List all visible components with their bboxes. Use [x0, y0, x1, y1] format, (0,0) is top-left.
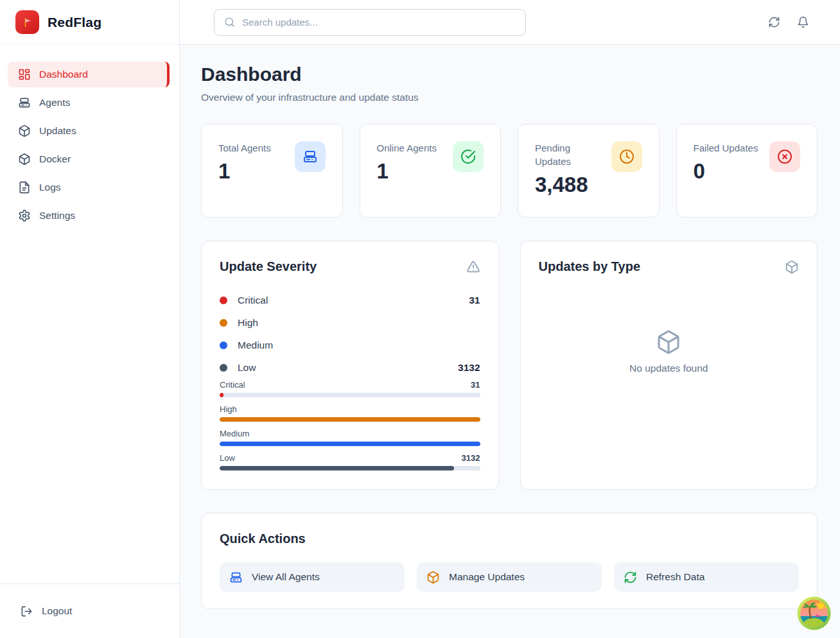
main-area: Dashboard Overview of your infrastructur… — [180, 0, 840, 638]
bar-row-high: High — [220, 404, 480, 422]
manage-updates-button[interactable]: Manage Updates — [417, 562, 602, 592]
severity-bars: Critical 31 High — [220, 380, 480, 470]
sidebar-item-label: Logs — [39, 182, 61, 193]
sidebar-item-settings[interactable]: Settings — [8, 203, 170, 228]
legend-label: Critical — [238, 295, 268, 306]
panel-title: Update Severity — [220, 259, 317, 274]
alert-triangle-icon — [466, 260, 480, 274]
high-dot-icon — [220, 319, 227, 327]
quick-actions-panel: Quick Actions View All Agents Manage Upd… — [201, 513, 818, 609]
page-title: Dashboard — [201, 62, 818, 87]
panel-title: Updates by Type — [539, 259, 641, 274]
container-icon — [18, 153, 31, 166]
low-bar — [220, 466, 454, 470]
stats-grid: Total Agents 1 Online Agents 1 — [201, 124, 818, 218]
sidebar: RedFlag Dashboard Agents Updates — [0, 0, 180, 638]
bell-icon — [797, 16, 809, 28]
stat-label: Online Agents — [377, 141, 437, 155]
bar-row-critical: Critical 31 — [220, 380, 480, 397]
quick-actions-title: Quick Actions — [220, 531, 799, 546]
refresh-button[interactable] — [766, 13, 783, 31]
notifications-button[interactable] — [794, 13, 812, 31]
sidebar-item-label: Settings — [39, 210, 75, 221]
legend-row-critical: Critical 31 — [220, 289, 480, 311]
quick-action-label: Manage Updates — [449, 571, 525, 583]
server-icon — [18, 96, 31, 109]
critical-bar — [220, 393, 223, 397]
stat-label: Failed Updates — [694, 141, 758, 155]
app-window: RedFlag Dashboard Agents Updates — [0, 0, 840, 638]
empty-state-text: No updates found — [629, 363, 708, 374]
sidebar-item-logs[interactable]: Logs — [8, 175, 170, 200]
package-icon — [426, 571, 440, 584]
stat-value: 1 — [377, 159, 437, 184]
legend-row-high: High — [220, 311, 480, 334]
search-icon — [224, 17, 235, 28]
stat-value: 1 — [218, 159, 271, 184]
sidebar-item-dashboard[interactable]: Dashboard — [8, 62, 170, 87]
legend-label: Low — [238, 362, 256, 374]
sidebar-item-label: Updates — [39, 125, 76, 137]
logout-section: Logout — [0, 583, 179, 638]
stat-label: Total Agents — [218, 141, 271, 155]
refresh-data-button[interactable]: Refresh Data — [614, 562, 799, 592]
low-dot-icon — [220, 364, 227, 372]
medium-dot-icon — [220, 341, 227, 349]
bar-row-low: Low 3132 — [220, 453, 480, 470]
severity-legend: Critical 31 High Medium — [220, 289, 480, 379]
content: Dashboard Overview of your infrastructur… — [180, 45, 840, 638]
legend-label: Medium — [238, 340, 273, 351]
sidebar-nav: Dashboard Agents Updates Docker — [0, 45, 179, 228]
legend-row-low: Low 3132 — [220, 356, 480, 379]
brand-header: RedFlag — [0, 0, 179, 45]
dashboard-icon — [18, 68, 31, 81]
tropical-island-badge[interactable] — [797, 596, 831, 630]
charts-grid: Update Severity Critical 31 — [201, 241, 818, 490]
high-bar — [220, 417, 480, 422]
bar-value: 3132 — [462, 453, 480, 463]
brand-name: RedFlag — [48, 15, 101, 30]
gear-icon — [18, 209, 31, 222]
package-icon — [656, 329, 681, 355]
sidebar-item-agents[interactable]: Agents — [8, 90, 170, 116]
stat-card-total-agents: Total Agents 1 — [201, 124, 343, 218]
stat-label: Pending Updates — [535, 141, 606, 168]
flag-icon — [15, 10, 39, 34]
page-subtitle: Overview of your infrastructure and upda… — [201, 91, 818, 105]
logout-icon — [21, 605, 33, 617]
sidebar-item-label: Agents — [39, 97, 70, 108]
stat-card-failed-updates: Failed Updates 0 — [676, 124, 818, 218]
legend-row-medium: Medium — [220, 334, 480, 356]
refresh-icon — [768, 16, 780, 28]
search-box[interactable] — [214, 9, 526, 36]
critical-dot-icon — [220, 297, 227, 304]
x-circle-icon — [769, 141, 800, 172]
bar-label: High — [220, 404, 237, 414]
package-icon — [785, 260, 799, 274]
stat-card-pending-updates: Pending Updates 3,488 — [518, 124, 660, 218]
logout-button[interactable]: Logout — [10, 599, 82, 623]
view-all-agents-button[interactable]: View All Agents — [220, 562, 405, 592]
file-text-icon — [18, 181, 31, 194]
bar-label: Medium — [220, 429, 249, 438]
package-icon — [18, 125, 31, 137]
legend-value: 3132 — [458, 362, 480, 374]
medium-bar — [220, 442, 480, 446]
clock-icon — [611, 141, 642, 172]
sidebar-item-label: Dashboard — [39, 69, 88, 80]
legend-value: 31 — [469, 295, 480, 306]
search-input[interactable] — [242, 17, 516, 28]
logout-label: Logout — [42, 605, 72, 617]
refresh-icon — [624, 571, 637, 584]
topbar — [180, 0, 840, 45]
sidebar-item-updates[interactable]: Updates — [8, 118, 170, 144]
bar-label: Low — [220, 453, 235, 463]
bar-value: 31 — [471, 380, 480, 390]
stat-value: 0 — [694, 159, 758, 184]
stat-value: 3,488 — [535, 173, 606, 197]
update-severity-panel: Update Severity Critical 31 — [201, 241, 499, 490]
server-icon — [295, 141, 326, 172]
quick-action-label: Refresh Data — [646, 571, 704, 583]
sidebar-item-docker[interactable]: Docker — [8, 146, 170, 172]
quick-actions-row: View All Agents Manage Updates Refresh D… — [220, 562, 799, 592]
